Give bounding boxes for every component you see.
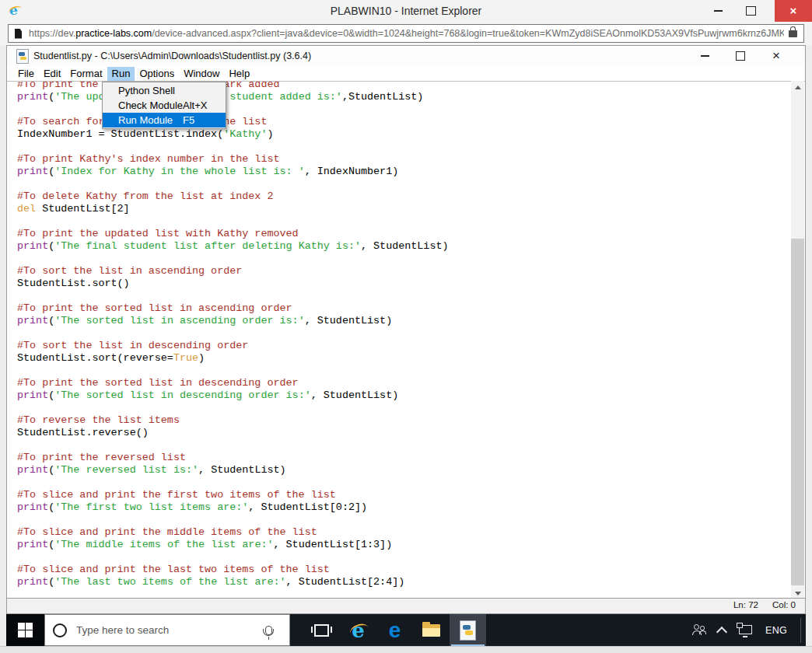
browser-minimize-button[interactable] xyxy=(705,0,731,22)
line-indicator: Ln: 72 xyxy=(733,600,758,609)
menu-run[interactable]: Run xyxy=(107,67,135,82)
minimize-icon xyxy=(714,10,723,12)
code-line: print('Index for Kathy in the whole list… xyxy=(17,166,805,178)
code-line: print('The middle items of the list are:… xyxy=(17,539,805,551)
maximize-icon xyxy=(746,6,756,16)
address-bar[interactable]: https://dev.practice-labs.com/device-adv… xyxy=(8,24,804,43)
code-line: #To print the updated list with Kathy re… xyxy=(17,228,805,240)
menu-window[interactable]: Window xyxy=(179,67,224,82)
code-line: #To print the reversed list xyxy=(17,452,805,464)
code-line: StudentList.sort(reverse=True) xyxy=(17,352,805,365)
status-bar: Ln: 72 Col: 0 xyxy=(7,598,805,613)
code-line: #To print the sorted list in descending … xyxy=(17,377,805,389)
code-line: print('The first two list items are:', S… xyxy=(17,501,805,514)
code-line: #To slice and print the first two items … xyxy=(17,489,805,501)
code-line: #To delete Kathy from the list at index … xyxy=(17,190,805,203)
menu-format[interactable]: Format xyxy=(65,67,107,82)
windows-taskbar: Type here to search e e ENG xyxy=(6,614,806,646)
scrollbar-thumb[interactable] xyxy=(791,239,804,585)
idle-minimize-button[interactable] xyxy=(687,46,723,66)
maximize-icon xyxy=(736,51,745,61)
code-line: #To print the sorted list in ascending o… xyxy=(17,302,805,315)
scroll-up-button[interactable] xyxy=(791,81,804,94)
code-line xyxy=(17,365,805,377)
browser-maximize-button[interactable] xyxy=(737,0,764,22)
arrow-up-icon xyxy=(795,86,801,89)
taskbar-internet-explorer[interactable]: e xyxy=(340,614,376,646)
close-icon: × xyxy=(790,0,797,22)
code-line: #To print Kathy's index number in the li… xyxy=(17,153,805,166)
code-line: StudentList.sort() xyxy=(17,278,805,290)
code-line: #To sort the list in ascending order xyxy=(17,265,805,278)
task-view-button[interactable] xyxy=(303,614,340,646)
people-icon-secondary xyxy=(699,626,705,634)
network-icon[interactable] xyxy=(739,625,752,634)
code-line: print('The reversed list is:', StudentLi… xyxy=(17,464,805,477)
code-line xyxy=(17,290,805,302)
code-line: IndexNumber1 = StudentList.index('Kathy'… xyxy=(17,128,805,141)
code-line: print('The sorted list in descending ord… xyxy=(17,389,805,402)
taskbar-python-idle[interactable] xyxy=(450,614,486,646)
code-line: print('The final student list after dele… xyxy=(17,240,805,253)
menu-help[interactable]: Help xyxy=(224,67,254,82)
idle-maximize-button[interactable] xyxy=(723,46,758,66)
arrow-down-icon xyxy=(795,592,801,595)
code-editor[interactable]: #To print the updated list with Mark add… xyxy=(7,81,805,600)
code-line: #To reverse the list items xyxy=(17,414,805,427)
lock-icon xyxy=(789,30,797,37)
minimize-icon xyxy=(701,55,709,57)
microphone-icon[interactable] xyxy=(265,626,272,635)
task-view-icon xyxy=(314,624,329,637)
browser-close-button[interactable]: × xyxy=(775,0,812,22)
code-line: StudentList.reverse() xyxy=(17,427,805,439)
taskbar-file-explorer[interactable] xyxy=(413,614,450,646)
code-line xyxy=(17,141,805,153)
show-hidden-icons-chevron[interactable] xyxy=(716,626,727,637)
menu-file[interactable]: File xyxy=(13,67,39,82)
start-button[interactable] xyxy=(6,614,44,646)
code-area[interactable]: #To print the updated list with Mark add… xyxy=(7,81,805,588)
menu-item-run-module[interactable]: Run ModuleF5 xyxy=(103,113,226,127)
code-line xyxy=(17,514,805,526)
menu-edit[interactable]: Edit xyxy=(39,67,65,82)
site-icon xyxy=(15,29,22,39)
run-menu-dropdown: Python ShellCheck ModuleAlt+XRun ModuleF… xyxy=(102,82,226,129)
code-line xyxy=(17,327,805,340)
cortana-icon xyxy=(53,623,67,637)
internet-explorer-icon: e xyxy=(352,620,365,641)
code-line xyxy=(17,551,805,564)
code-line: print('The last two items of the list ar… xyxy=(17,576,805,588)
code-line: del StudentList[2] xyxy=(17,203,805,215)
browser-titlebar: e PLABWIN10 - Internet Explorer × xyxy=(0,0,812,23)
column-indicator: Col: 0 xyxy=(772,600,796,609)
code-line: #To slice and print the middle items of … xyxy=(17,526,805,539)
url-domain: practice-labs.com xyxy=(75,28,152,39)
file-explorer-icon xyxy=(422,624,440,637)
url-text[interactable]: https://dev.practice-labs.com/device-adv… xyxy=(29,28,784,39)
idle-close-button[interactable]: × xyxy=(758,46,794,66)
windows-logo-icon xyxy=(18,623,33,638)
close-icon: × xyxy=(772,46,780,66)
menu-bar: FileEditFormatRunOptionsWindowHelp xyxy=(7,66,805,81)
code-line xyxy=(17,178,805,190)
browser-title: PLABWIN10 - Internet Explorer xyxy=(0,0,812,22)
code-line xyxy=(17,477,805,489)
edge-icon: e xyxy=(389,620,401,641)
python-file-icon xyxy=(16,49,29,64)
taskbar-edge[interactable]: e xyxy=(376,614,413,646)
menu-options[interactable]: Options xyxy=(135,67,179,82)
code-line xyxy=(17,439,805,452)
browser-address-row: https://dev.practice-labs.com/device-adv… xyxy=(0,22,812,45)
idle-titlebar[interactable]: Studentlist.py - C:\Users\Admin\Download… xyxy=(7,46,805,66)
language-indicator[interactable]: ENG xyxy=(765,625,787,636)
vertical-scrollbar[interactable] xyxy=(791,81,804,600)
idle-window: Studentlist.py - C:\Users\Admin\Download… xyxy=(6,45,806,614)
taskbar-search-box[interactable]: Type here to search xyxy=(44,614,290,646)
people-icon[interactable] xyxy=(692,624,705,636)
idle-window-title: Studentlist.py - C:\Users\Admin\Download… xyxy=(33,46,311,66)
menu-item-python-shell[interactable]: Python Shell xyxy=(103,83,226,98)
menu-item-check-module[interactable]: Check ModuleAlt+X xyxy=(103,98,226,113)
code-line xyxy=(17,253,805,265)
taskbar-separator xyxy=(800,618,801,643)
code-line: print('The sorted list in ascending orde… xyxy=(17,315,805,327)
